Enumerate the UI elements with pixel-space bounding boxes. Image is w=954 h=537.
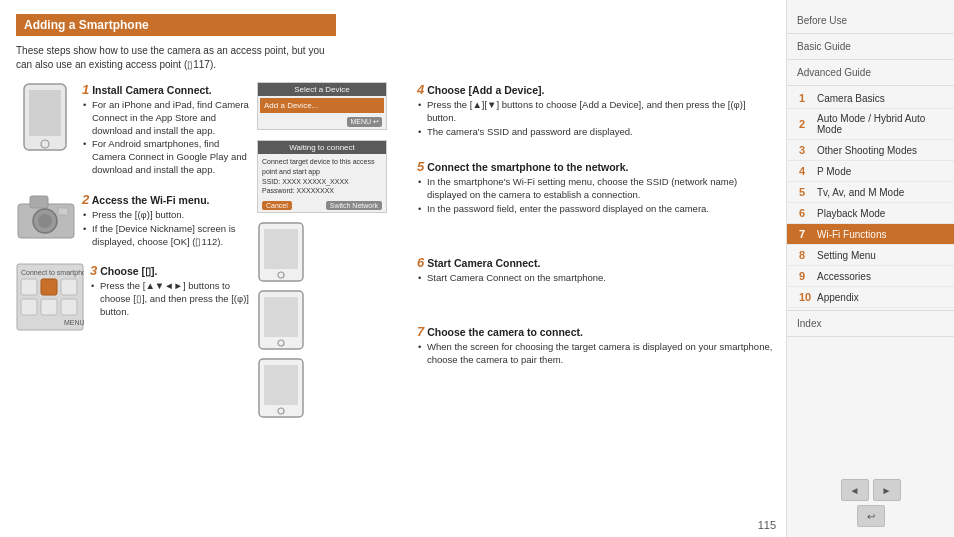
sidebar-chapter-4[interactable]: 4 P Mode (787, 161, 954, 182)
step-2-bullet-1: Press the [(φ)] button. (82, 209, 251, 222)
chapter-2-num: 2 (799, 118, 813, 130)
chapter-10-num: 10 (799, 291, 813, 303)
cancel-btn[interactable]: Cancel (262, 201, 292, 210)
sidebar-chapter-5[interactable]: 5 Tv, Av, and M Mode (787, 182, 954, 203)
step-7-num: 7 (417, 324, 424, 339)
page-title: Adding a Smartphone (16, 14, 336, 36)
step-1-content: 1 Install Camera Connect. For an iPhone … (82, 82, 251, 178)
step-2-image (16, 192, 76, 244)
step-5-bullet-1: In the smartphone's Wi-Fi setting menu, … (417, 176, 776, 202)
prev-button[interactable]: ◄ (841, 479, 869, 501)
step-5-heading: 5 Connect the smartphone to the network. (417, 159, 776, 174)
col1: 1 Install Camera Connect. For an iPhone … (16, 82, 251, 531)
add-device-item: Add a Device... (260, 98, 384, 113)
camera-body-icon (16, 192, 76, 242)
sidebar-chapter-1[interactable]: 1 Camera Basics (787, 88, 954, 109)
step-4-heading: 4 Choose [Add a Device]. (417, 82, 776, 97)
step-3: Connect to smartphone MENU ↩ 3 (16, 263, 251, 333)
main-content: Adding a Smartphone These steps show how… (0, 0, 786, 537)
step-4-num: 4 (417, 82, 424, 97)
step-7-bullet-1: When the screen for choosing the target … (417, 341, 776, 367)
sidebar-item-basic-guide[interactable]: Basic Guide (787, 36, 954, 57)
svg-rect-24 (264, 365, 298, 405)
step-5-content: 5 Connect the smartphone to the network.… (417, 159, 776, 216)
sidebar-chapter-7[interactable]: 7 Wi-Fi Functions (787, 224, 954, 245)
step-7: 7 Choose the camera to connect. When the… (417, 324, 776, 368)
chapter-1-num: 1 (799, 92, 813, 104)
select-device-screen: Select a Device Add a Device... MENU ↩ (257, 82, 387, 130)
svg-rect-15 (61, 299, 77, 315)
step-4: 4 Choose [Add a Device]. Press the [▲][▼… (417, 82, 776, 139)
step-7-content: 7 Choose the camera to connect. When the… (417, 324, 776, 368)
step-1-image (16, 82, 76, 156)
connect-screen-icon: Connect to smartphone MENU ↩ (16, 263, 84, 331)
next-button[interactable]: ► (873, 479, 901, 501)
switch-network-btn[interactable]: Switch Network (326, 201, 382, 210)
chapter-2-label: Auto Mode / Hybrid Auto Mode (817, 113, 946, 135)
step-5-bullet-2: In the password field, enter the passwor… (417, 203, 776, 216)
divider-1 (787, 33, 954, 34)
step-3-content: 3 Choose [▯]. Press the [▲▼◄►] buttons t… (90, 263, 251, 319)
chapter-8-num: 8 (799, 249, 813, 261)
waiting-footer: Cancel Switch Network (258, 199, 386, 212)
sidebar-chapter-8[interactable]: 8 Setting Menu (787, 245, 954, 266)
step-7-heading: 7 Choose the camera to connect. (417, 324, 776, 339)
sidebar-item-advanced-guide[interactable]: Advanced Guide (787, 62, 954, 83)
chapter-5-num: 5 (799, 186, 813, 198)
sidebar-chapter-6[interactable]: 6 Playback Mode (787, 203, 954, 224)
step-5-num: 5 (417, 159, 424, 174)
chapter-3-num: 3 (799, 144, 813, 156)
select-device-header: Select a Device (258, 83, 386, 96)
svg-rect-14 (41, 299, 57, 315)
step-2-num: 2 (82, 192, 89, 207)
tablet-icon-step5 (257, 221, 307, 283)
page-number: 115 (417, 513, 776, 531)
sidebar-chapter-3[interactable]: 3 Other Shooting Modes (787, 140, 954, 161)
divider-3 (787, 85, 954, 86)
sidebar-chapter-2[interactable]: 2 Auto Mode / Hybrid Auto Mode (787, 109, 954, 140)
col2: Select a Device Add a Device... MENU ↩ W… (251, 82, 411, 531)
step-3-heading: 3 Choose [▯]. (90, 263, 251, 278)
step-2: 2 Access the Wi-Fi menu. Press the [(φ)]… (16, 192, 251, 249)
waiting-connect-screen: Waiting to connect Connect target device… (257, 140, 387, 213)
chapter-7-label: Wi-Fi Functions (817, 229, 886, 240)
divider-4 (787, 310, 954, 311)
chapter-1-label: Camera Basics (817, 93, 885, 104)
sidebar: Before Use Basic Guide Advanced Guide 1 … (786, 0, 954, 537)
step-6-content: 6 Start Camera Connect. Start Camera Con… (417, 255, 776, 286)
chapter-9-label: Accessories (817, 271, 871, 282)
home-icon: ↩ (867, 511, 875, 522)
sidebar-index[interactable]: Index (787, 313, 954, 334)
steps-area: 1 Install Camera Connect. For an iPhone … (16, 82, 776, 531)
svg-text:Connect to smartphone: Connect to smartphone (21, 269, 84, 277)
step-2-content: 2 Access the Wi-Fi menu. Press the [(φ)]… (82, 192, 251, 249)
step-2-bullet-2: If the [Device Nickname] screen is displ… (82, 223, 251, 249)
step-1-heading: 1 Install Camera Connect. (82, 82, 251, 97)
step-1-bullet-1: For an iPhone and iPad, find Camera Conn… (82, 99, 251, 137)
nav-row: ◄ ► (841, 479, 901, 501)
nav-area: ◄ ► ↩ (787, 479, 954, 537)
prev-icon: ◄ (850, 485, 860, 496)
smartphone-icon (16, 82, 76, 154)
svg-rect-11 (41, 279, 57, 295)
select-device-footer: MENU ↩ (258, 115, 386, 129)
sidebar-item-before-use[interactable]: Before Use (787, 10, 954, 31)
svg-rect-18 (264, 229, 298, 269)
step-6-bullet-1: Start Camera Connect on the smartphone. (417, 272, 776, 285)
chapter-4-label: P Mode (817, 166, 851, 177)
menu-btn: MENU ↩ (347, 117, 382, 127)
col3: 4 Choose [Add a Device]. Press the [▲][▼… (411, 82, 776, 531)
chapter-10-label: Appendix (817, 292, 859, 303)
sidebar-chapter-10[interactable]: 10 Appendix (787, 287, 954, 308)
sidebar-chapter-9[interactable]: 9 Accessories (787, 266, 954, 287)
chapter-5-label: Tv, Av, and M Mode (817, 187, 904, 198)
step-4-bullet-1: Press the [▲][▼] buttons to choose [Add … (417, 99, 776, 125)
step-4-bullet-2: The camera's SSID and password are displ… (417, 126, 776, 139)
waiting-body: Connect target device to this access poi… (258, 154, 386, 199)
svg-rect-12 (61, 279, 77, 295)
svg-rect-13 (21, 299, 37, 315)
divider-2 (787, 59, 954, 60)
home-button[interactable]: ↩ (857, 505, 885, 527)
chapter-6-num: 6 (799, 207, 813, 219)
svg-rect-7 (58, 208, 68, 215)
